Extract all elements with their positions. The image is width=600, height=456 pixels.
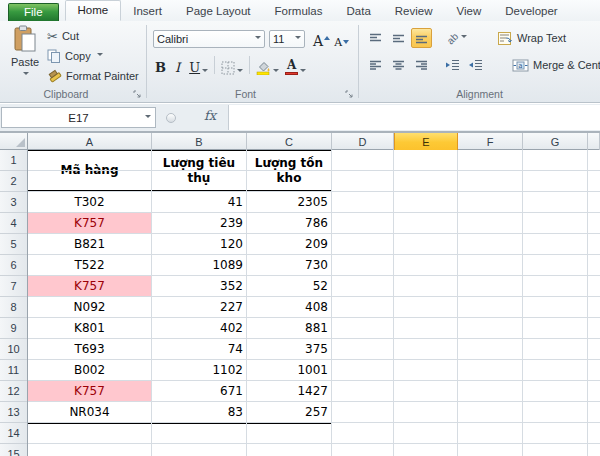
column-header-G[interactable]: G (523, 133, 588, 150)
stock-cell[interactable]: 209 (247, 234, 332, 254)
column-header-E[interactable]: E (394, 133, 458, 150)
item-code-cell[interactable]: T302 (28, 192, 152, 212)
consumption-cell[interactable]: 41 (152, 192, 247, 212)
merge-center-button[interactable]: a Merge & Center (512, 59, 600, 72)
column-header-partial[interactable] (588, 133, 600, 150)
top-align-button[interactable] (365, 28, 386, 48)
bold-button[interactable]: B (155, 55, 166, 75)
stock-cell[interactable]: 1001 (247, 360, 332, 380)
consumption-cell[interactable]: 83 (152, 402, 247, 422)
paste-button[interactable]: Paste (5, 25, 45, 95)
column-header-F[interactable]: F (458, 133, 523, 150)
consumption-cell[interactable]: 120 (152, 234, 247, 254)
name-box-dropdown-icon[interactable] (145, 115, 151, 121)
underline-dropdown-icon[interactable] (202, 69, 208, 75)
stock-cell[interactable]: 257 (247, 402, 332, 422)
ribbon-tab-view[interactable]: View (445, 2, 494, 21)
font-name-select[interactable]: Calibri (153, 30, 265, 48)
consumption-cell[interactable]: 402 (152, 318, 247, 338)
consumption-cell[interactable]: 239 (152, 213, 247, 233)
stock-cell[interactable]: 375 (247, 339, 332, 359)
row-header-15[interactable]: 15 (0, 444, 27, 456)
insert-function-button[interactable]: fx (204, 108, 216, 123)
italic-button[interactable]: I (172, 55, 183, 75)
ribbon-tab-home[interactable]: Home (65, 0, 122, 21)
format-painter-button[interactable]: Format Painter (47, 66, 139, 86)
align-left-button[interactable] (365, 55, 386, 75)
consumption-cell[interactable]: 352 (152, 276, 247, 296)
row-header-5[interactable]: 5 (0, 234, 27, 255)
font-color-button[interactable]: A (285, 55, 306, 75)
item-code-cell[interactable]: K757 (28, 381, 152, 401)
file-tab[interactable]: File (8, 3, 59, 21)
ribbon-tab-page-layout[interactable]: Page Layout (174, 2, 263, 21)
increase-indent-button[interactable] (465, 55, 486, 75)
consumption-cell[interactable]: 227 (152, 297, 247, 317)
font-size-select[interactable]: 11 (269, 30, 305, 48)
item-code-cell[interactable]: N092 (28, 297, 152, 317)
row-header-12[interactable]: 12 (0, 381, 27, 402)
row-header-13[interactable]: 13 (0, 402, 27, 423)
stock-cell[interactable]: 1427 (247, 381, 332, 401)
ribbon-tab-data[interactable]: Data (335, 2, 383, 21)
consumption-cell[interactable]: 671 (152, 381, 247, 401)
consumption-cell[interactable]: 1089 (152, 255, 247, 275)
row-header-6[interactable]: 6 (0, 255, 27, 276)
item-code-cell[interactable]: NR034 (28, 402, 152, 422)
row-header-8[interactable]: 8 (0, 297, 27, 318)
shrink-font-button[interactable]: A (334, 29, 349, 49)
stock-cell[interactable]: 881 (247, 318, 332, 338)
borders-button[interactable] (221, 55, 243, 75)
item-code-cell[interactable]: T693 (28, 339, 152, 359)
consumption-cell[interactable]: 74 (152, 339, 247, 359)
item-code-cell[interactable]: K801 (28, 318, 152, 338)
fill-color-button[interactable] (256, 55, 279, 75)
decrease-indent-button[interactable] (442, 55, 463, 75)
item-code-cell[interactable]: K757 (28, 276, 152, 296)
copy-button[interactable]: Copy (47, 46, 139, 66)
align-right-button[interactable] (411, 55, 432, 75)
wrap-text-button[interactable]: Wrap Text (498, 32, 566, 45)
column-header-D[interactable]: D (332, 133, 394, 150)
row-header-14[interactable]: 14 (0, 423, 27, 444)
column-header-C[interactable]: C (247, 133, 332, 150)
column-header-A[interactable]: A (28, 133, 152, 150)
row-header-10[interactable]: 10 (0, 339, 27, 360)
paste-dropdown-icon[interactable] (23, 72, 29, 78)
underline-button[interactable]: U (189, 55, 208, 75)
column-header-B[interactable]: B (152, 133, 247, 150)
grow-font-button[interactable]: A (313, 29, 330, 49)
row-header-3[interactable]: 3 (0, 192, 27, 213)
ribbon-tab-insert[interactable]: Insert (121, 2, 174, 21)
row-header-1[interactable]: 1 (0, 150, 27, 171)
borders-dropdown-icon[interactable] (237, 69, 243, 75)
name-box[interactable]: E17 (1, 107, 156, 128)
row-header-11[interactable]: 11 (0, 360, 27, 381)
middle-align-button[interactable] (388, 28, 409, 48)
fill-color-dropdown-icon[interactable] (273, 69, 279, 75)
name-box-resize-grip[interactable] (166, 113, 176, 123)
stock-cell[interactable]: 730 (247, 255, 332, 275)
row-header-7[interactable]: 7 (0, 276, 27, 297)
orientation-button[interactable]: ab (442, 28, 472, 48)
item-code-cell[interactable]: K757 (28, 213, 152, 233)
copy-dropdown-icon[interactable] (97, 53, 103, 59)
item-code-cell[interactable]: B821 (28, 234, 152, 254)
formula-input[interactable] (228, 105, 600, 130)
stock-cell[interactable]: 52 (247, 276, 332, 296)
ribbon-tab-review[interactable]: Review (383, 2, 445, 21)
stock-cell[interactable]: 2305 (247, 192, 332, 212)
row-header-2[interactable]: 2 (0, 171, 27, 192)
cut-button[interactable]: ✂ Cut (47, 26, 139, 46)
bottom-align-button[interactable] (411, 28, 432, 48)
font-dialog-launcher-icon[interactable] (345, 90, 354, 99)
ribbon-tab-formulas[interactable]: Formulas (263, 2, 335, 21)
consumption-cell[interactable]: 1102 (152, 360, 247, 380)
sheet-grid[interactable]: Mã hàngLượng tiêu thụLượng tồn khoT30241… (28, 150, 600, 456)
item-code-cell[interactable]: B002 (28, 360, 152, 380)
row-header-4[interactable]: 4 (0, 213, 27, 234)
ribbon-tab-developer[interactable]: Developer (493, 2, 569, 21)
font-color-dropdown-icon[interactable] (300, 69, 306, 75)
item-code-cell[interactable]: T522 (28, 255, 152, 275)
clipboard-dialog-launcher-icon[interactable] (133, 90, 142, 99)
